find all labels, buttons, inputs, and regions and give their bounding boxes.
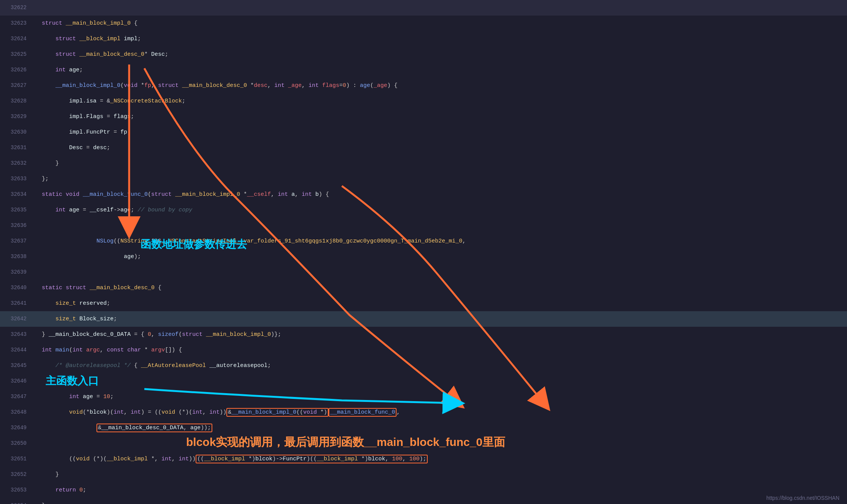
code-container: 3262232623struct __main_block_impl_0 {32…: [0, 0, 847, 504]
code-line: static void __main_block_func_0(struct _…: [34, 187, 847, 202]
line-number: 32653: [0, 482, 34, 498]
code-line: Desc = desc;: [34, 140, 847, 156]
code-line: __main_block_impl_0(void *fp, struct __m…: [34, 78, 847, 93]
code-line: size_t reserved;: [34, 296, 847, 311]
line-number: 32646: [0, 373, 34, 389]
code-line: [34, 436, 847, 451]
code-line: age);: [34, 249, 847, 265]
code-line: [34, 373, 847, 389]
code-line: return 0;: [34, 482, 847, 498]
line-number: 32643: [0, 327, 34, 342]
code-line: void(*blcok)(int, int) = ((void (*)(int,…: [34, 405, 847, 420]
line-number: 32622: [0, 0, 34, 16]
code-line: int age = __cself->age; // bound by copy: [34, 202, 847, 218]
line-number: 32654: [0, 498, 34, 504]
line-number: 32638: [0, 249, 34, 265]
code-line: /* @autoreleasepool */ { __AtAutorelease…: [34, 358, 847, 373]
code-line: impl.isa = &_NSConcreteStackBlock;: [34, 93, 847, 109]
line-number: 32635: [0, 202, 34, 218]
line-number: 32639: [0, 265, 34, 280]
code-line: static struct __main_block_desc_0 {: [34, 280, 847, 296]
code-line: struct __main_block_impl_0 {: [34, 16, 847, 31]
line-number: 32637: [0, 233, 34, 249]
line-number: 32626: [0, 62, 34, 78]
watermark: https://blog.csdn.net/IOSSHAN: [766, 495, 839, 501]
line-number: 32633: [0, 171, 34, 187]
code-line: [34, 0, 847, 16]
code-line: impl.Flags = flags;: [34, 109, 847, 124]
line-number: 32624: [0, 31, 34, 47]
line-number: 32623: [0, 16, 34, 31]
line-number: 32649: [0, 420, 34, 436]
line-number: 32631: [0, 140, 34, 156]
code-line: int age = 10;: [34, 389, 847, 405]
code-line: ((void (*)(__block_impl *, int, int))((_…: [34, 451, 847, 467]
line-number: 32625: [0, 47, 34, 62]
line-number: 32650: [0, 436, 34, 451]
line-number: 32651: [0, 451, 34, 467]
code-line: struct __block_impl impl;: [34, 31, 847, 47]
code-line: int main(int argc, const char * argv[]) …: [34, 342, 847, 358]
code-line: size_t Block_size;: [34, 311, 847, 327]
code-line: impl.FuncPtr = fp;: [34, 124, 847, 140]
code-line: }: [34, 498, 847, 504]
code-line: } __main_block_desc_0_DATA = { 0, sizeof…: [34, 327, 847, 342]
line-number: 32636: [0, 218, 34, 233]
line-number: 32648: [0, 405, 34, 420]
line-number: 32645: [0, 358, 34, 373]
code-line: int age;: [34, 62, 847, 78]
code-table: 3262232623struct __main_block_impl_0 {32…: [0, 0, 847, 504]
line-number: 32640: [0, 280, 34, 296]
line-number: 32652: [0, 467, 34, 482]
code-line: [34, 218, 847, 233]
code-line: }: [34, 467, 847, 482]
code-line: };: [34, 171, 847, 187]
line-number: 32627: [0, 78, 34, 93]
code-line: &__main_block_desc_0_DATA, age));: [34, 420, 847, 436]
line-number: 32628: [0, 93, 34, 109]
code-line: struct __main_block_desc_0* Desc;: [34, 47, 847, 62]
line-number: 32632: [0, 156, 34, 171]
line-number: 32641: [0, 296, 34, 311]
line-number: 32644: [0, 342, 34, 358]
line-number: 32629: [0, 109, 34, 124]
code-line: [34, 265, 847, 280]
code-line: NSLog((NSString *)&__NSConstantStringImp…: [34, 233, 847, 249]
line-number: 32630: [0, 124, 34, 140]
code-line: }: [34, 156, 847, 171]
line-number: 32647: [0, 389, 34, 405]
line-number: 32642: [0, 311, 34, 327]
line-number: 32634: [0, 187, 34, 202]
